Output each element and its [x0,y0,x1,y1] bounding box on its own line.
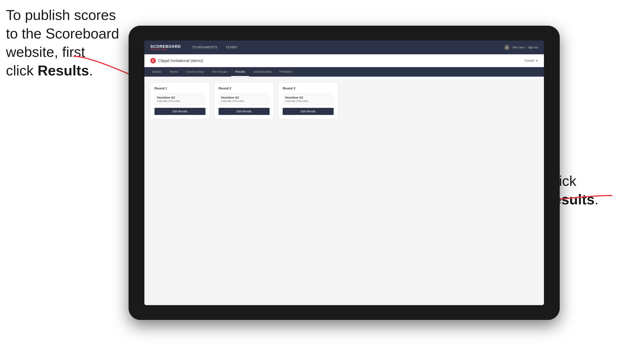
cancel-button[interactable]: Cancel ✕ [524,59,538,63]
edit-results-round-2[interactable]: Edit Results [218,108,270,115]
round-3-course: Peachtree GC Gold (M) (7010 yds) [283,93,334,105]
round-2-course-name: Peachtree GC [221,96,267,99]
nav-teams[interactable]: TEAMS [222,44,240,50]
tab-printables[interactable]: Printables [275,67,296,77]
round-3-title: Round 3 [283,87,334,90]
logo-sub: Powered by clippd [150,48,181,50]
round-2-course-details: Gold (M) (7010 yds) [221,100,267,103]
edit-results-round-1[interactable]: Edit Results [154,108,206,115]
user-name: Test User | [512,46,526,49]
main-content: Round 1 Peachtree GC Gold (M) (7010 yds)… [144,77,544,305]
round-2-course: Peachtree GC Gold (M) (7010 yds) [218,93,270,105]
tabs-bar: Details Teams Course Setup Tee Groups Re… [144,67,544,77]
round-1-card: Round 1 Peachtree GC Gold (M) (7010 yds)… [150,83,210,119]
close-icon: ✕ [536,59,538,63]
round-1-course-name: Peachtree GC [157,96,203,99]
tab-leaderboards[interactable]: Leaderboards [249,67,275,77]
round-3-course-details: Gold (M) (7010 yds) [285,100,331,103]
round-1-title: Round 1 [154,87,206,90]
tablet-screen: SCOREBOARD Powered by clippd TOURNAMENTS… [144,40,544,305]
content-area: C Clippd Invitational (demo) Cancel ✕ De… [144,54,544,305]
tablet-device: SCOREBOARD Powered by clippd TOURNAMENTS… [128,26,560,320]
tournament-header: C Clippd Invitational (demo) Cancel ✕ [144,54,544,67]
tournament-title: C Clippd Invitational (demo) [150,58,203,63]
navbar: SCOREBOARD Powered by clippd TOURNAMENTS… [144,40,544,54]
tournament-icon: C [150,58,156,63]
round-1-course: Peachtree GC Gold (M) (7010 yds) [154,93,206,105]
tab-course-setup[interactable]: Course Setup [182,67,208,77]
round-2-card: Round 2 Peachtree GC Gold (M) (7010 yds)… [214,83,274,119]
tournament-name: Clippd Invitational (demo) [158,58,203,63]
rounds-grid: Round 1 Peachtree GC Gold (M) (7010 yds)… [150,83,538,119]
round-1-course-details: Gold (M) (7010 yds) [157,100,203,103]
nav-right: Test User | Sign out [504,44,538,50]
edit-results-round-3[interactable]: Edit Results [283,108,334,115]
tab-details[interactable]: Details [148,67,165,77]
logo: SCOREBOARD Powered by clippd [150,44,181,50]
logo-text: SCOREBOARD [150,44,181,48]
tab-tee-groups[interactable]: Tee Groups [208,67,232,77]
sign-out-link[interactable]: Sign out [528,46,538,49]
tab-teams[interactable]: Teams [165,67,182,77]
round-3-card: Round 3 Peachtree GC Gold (M) (7010 yds)… [278,83,338,119]
tab-results[interactable]: Results [231,67,249,77]
user-avatar [504,44,510,50]
nav-links: TOURNAMENTS TEAMS [189,44,504,50]
round-2-title: Round 2 [218,87,270,90]
round-3-course-name: Peachtree GC [285,96,331,99]
nav-tournaments[interactable]: TOURNAMENTS [189,44,220,50]
